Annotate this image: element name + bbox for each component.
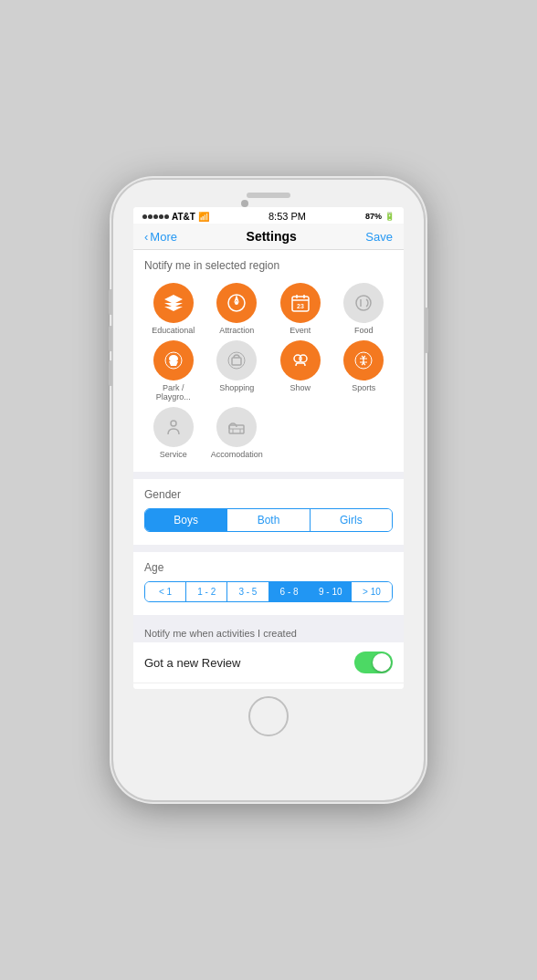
age-section-title: Age — [144, 561, 393, 574]
categories-section: Notify me in selected region Educational… — [133, 250, 404, 472]
status-left: AT&T 📶 — [142, 212, 209, 222]
status-time: 8:53 PM — [268, 211, 306, 222]
food-icon — [343, 283, 384, 323]
category-event[interactable]: 23 Event — [271, 283, 330, 335]
category-food[interactable]: Food — [335, 283, 394, 335]
back-button[interactable]: ‹ More — [144, 230, 177, 244]
category-park[interactable]: Park / Playgro... — [144, 340, 203, 401]
gender-section: Gender Boys Both Girls — [133, 479, 404, 545]
park-icon — [153, 340, 194, 381]
gender-section-title: Gender — [144, 488, 393, 501]
page-title: Settings — [247, 229, 297, 244]
phone-frame: AT&T 📶 8:53 PM 87% 🔋 ‹ More Settings Sav… — [113, 180, 424, 800]
sports-label: Sports — [352, 383, 375, 392]
accommodation-icon — [216, 407, 257, 447]
screen: AT&T 📶 8:53 PM 87% 🔋 ‹ More Settings Sav… — [133, 207, 404, 689]
gender-segment: Boys Both Girls — [144, 508, 393, 532]
volume-down-button — [109, 360, 112, 386]
navigation-bar: ‹ More Settings Save — [133, 224, 404, 250]
svg-point-1 — [235, 301, 238, 305]
svg-point-9 — [300, 355, 307, 362]
shopping-icon — [216, 340, 257, 381]
category-shopping[interactable]: Shopping — [208, 340, 267, 401]
notif-row-tip: Got a new Tip — [133, 683, 404, 689]
battery-icon: 🔋 — [384, 212, 395, 221]
gender-both[interactable]: Both — [227, 509, 310, 531]
attraction-icon — [216, 283, 257, 323]
sports-icon — [343, 340, 384, 381]
age-9-10[interactable]: 9 - 10 — [311, 582, 352, 601]
back-label: More — [150, 230, 177, 244]
gender-boys[interactable]: Boys — [145, 509, 227, 531]
accommodation-label: Accomodation — [211, 450, 263, 459]
age-segment: < 1 1 - 2 3 - 5 6 - 8 9 - 10 > 10 — [144, 581, 393, 602]
age-3-5[interactable]: 3 - 5 — [227, 582, 268, 601]
signal-strength — [142, 214, 169, 219]
svg-point-11 — [171, 421, 176, 426]
show-icon — [280, 340, 321, 381]
notif-review-label: Got a new Review — [144, 656, 241, 670]
educational-icon — [153, 283, 194, 323]
status-bar: AT&T 📶 8:53 PM 87% 🔋 — [133, 207, 404, 224]
category-show[interactable]: Show — [271, 340, 330, 401]
shopping-label: Shopping — [219, 383, 254, 392]
educational-label: Educational — [152, 326, 195, 335]
category-service[interactable]: Service — [144, 407, 203, 459]
svg-rect-7 — [232, 358, 241, 365]
service-icon — [153, 407, 194, 447]
carrier-label: AT&T — [172, 212, 195, 222]
front-camera — [241, 200, 248, 207]
categories-section-title: Notify me in selected region — [144, 259, 393, 272]
back-chevron-icon: ‹ — [144, 230, 148, 244]
age-lt1[interactable]: < 1 — [145, 582, 186, 601]
svg-text:23: 23 — [297, 303, 304, 309]
battery-percent: 87% — [365, 212, 382, 221]
notif-review-toggle[interactable] — [354, 652, 393, 673]
show-label: Show — [290, 383, 311, 392]
service-label: Service — [160, 450, 187, 459]
wifi-icon: 📶 — [198, 212, 209, 222]
categories-grid: Educational Attraction 23 Event — [144, 279, 393, 463]
save-button[interactable]: Save — [365, 230, 393, 244]
status-right: 87% 🔋 — [365, 212, 395, 221]
attraction-label: Attraction — [219, 326, 254, 335]
category-accommodation[interactable]: Accomodation — [208, 407, 267, 459]
gender-girls[interactable]: Girls — [311, 509, 392, 531]
age-section: Age < 1 1 - 2 3 - 5 6 - 8 9 - 10 > 10 — [133, 552, 404, 615]
scroll-content: Notify me in selected region Educational… — [133, 250, 404, 689]
park-label: Park / Playgro... — [144, 383, 203, 401]
volume-up-button — [109, 326, 112, 351]
notif-row-review: Got a new Review — [133, 642, 404, 683]
food-label: Food — [354, 326, 374, 335]
age-6-8[interactable]: 6 - 8 — [269, 582, 311, 601]
speaker — [247, 193, 290, 198]
age-1-2[interactable]: 1 - 2 — [186, 582, 227, 601]
event-icon: 23 — [280, 283, 321, 323]
category-sports[interactable]: Sports — [335, 340, 394, 401]
home-button[interactable] — [248, 696, 289, 736]
age-gt10[interactable]: > 10 — [352, 582, 392, 601]
notifications-section-title: Notify me when activities I created — [133, 622, 404, 642]
event-label: Event — [290, 326, 311, 335]
phone-top — [113, 180, 424, 203]
category-attraction[interactable]: Attraction — [208, 283, 267, 335]
category-educational[interactable]: Educational — [144, 283, 203, 335]
notifications-section: Notify me when activities I created Got … — [133, 622, 404, 689]
